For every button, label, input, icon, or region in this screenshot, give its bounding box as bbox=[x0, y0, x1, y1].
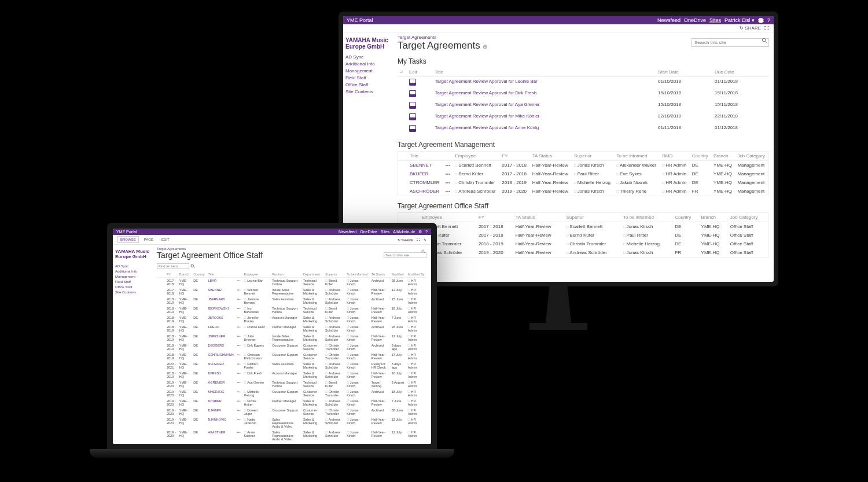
row-menu-icon[interactable]: ••• bbox=[237, 307, 241, 310]
table-row[interactable]: BKÜFER•••□Bernd Küfer2017 - 2018Half-Yea… bbox=[398, 170, 769, 178]
nav-item[interactable]: AD Sync bbox=[345, 54, 391, 60]
task-icon[interactable] bbox=[409, 125, 416, 132]
site-search[interactable] bbox=[384, 248, 426, 259]
task-link[interactable]: Target Agreement Review Approval for Leo… bbox=[435, 79, 537, 84]
row-menu-icon[interactable]: ••• bbox=[237, 288, 241, 292]
site-search[interactable] bbox=[692, 36, 769, 47]
edit-icon[interactable]: ✎ bbox=[424, 238, 426, 242]
row-menu-icon[interactable]: ••• bbox=[446, 180, 450, 185]
table-row[interactable]: ASCHRÖDER•••□Andreas Schröder2019 - 2020… bbox=[398, 187, 769, 196]
table-row[interactable]: 2018 - 2019YME-HQDEFDELIC•••□Franco Deli… bbox=[157, 324, 426, 333]
row-menu-icon[interactable]: ••• bbox=[237, 316, 241, 319]
table-row[interactable]: Target Agreement Review Approval for Leo… bbox=[398, 77, 769, 89]
row-menu-icon[interactable]: ••• bbox=[237, 399, 241, 403]
table-row[interactable]: 2018 - 2019YME-HQDEJBROOKS•••□Jennifer B… bbox=[157, 315, 426, 324]
task-link[interactable]: Target Agreement Review Approval for Ann… bbox=[435, 125, 539, 130]
nav-item[interactable]: Office Staff bbox=[345, 82, 391, 87]
table-row[interactable]: •••□Scarlett Bennett2017 - 2018Half-Year… bbox=[398, 222, 769, 231]
table-row[interactable]: Target Agreement Review Approval for Aya… bbox=[398, 100, 769, 112]
table-row[interactable]: CTROMMLER•••□Christin Trommler2018 - 201… bbox=[398, 178, 769, 187]
nav-item[interactable]: Management bbox=[115, 275, 150, 278]
search-icon[interactable] bbox=[421, 249, 425, 253]
fullscreen-icon[interactable]: ⛶ bbox=[764, 25, 769, 31]
task-link[interactable]: Target Agreement Review Approval for Aya… bbox=[435, 102, 539, 107]
nav-item[interactable]: Field Staff bbox=[345, 75, 391, 80]
share-button[interactable]: ↻ SHARE bbox=[398, 238, 413, 242]
nav-item[interactable]: Additional Info bbox=[115, 270, 150, 273]
row-menu-icon[interactable]: ••• bbox=[237, 325, 241, 329]
link-sites[interactable]: Sites bbox=[381, 230, 390, 234]
task-link[interactable]: Target Agreement Review Approval for Dir… bbox=[435, 90, 536, 95]
row-menu-icon[interactable]: ••• bbox=[446, 171, 450, 176]
task-icon[interactable] bbox=[409, 113, 416, 120]
link-newsfeed[interactable]: Newsfeed bbox=[339, 230, 356, 234]
user-menu[interactable]: AltAdmin-dv bbox=[393, 230, 415, 234]
gear-icon[interactable] bbox=[758, 17, 764, 24]
nav-item[interactable]: Additional Info bbox=[345, 61, 391, 67]
table-row[interactable]: 2018 - 2019YME-HQDECEHRLICHMANN•••□Chris… bbox=[157, 352, 426, 361]
nav-item[interactable]: AD Sync bbox=[115, 264, 150, 268]
table-row[interactable]: 2017 - 2018YME-HQDELBÄR•••□Leonie BärTec… bbox=[157, 278, 426, 288]
table-row[interactable]: •••□Christin Trommler2018 - 2019Half-Yea… bbox=[398, 240, 769, 248]
task-icon[interactable] bbox=[409, 79, 416, 86]
table-row[interactable]: 2018 - 2019YME-HQDEDFRESH•••□Dirk FreshA… bbox=[157, 370, 426, 380]
table-row[interactable]: 2019 - 2020YME-HQDEAKÄSTNER•••□Anna Käst… bbox=[157, 429, 426, 442]
find-item-input[interactable] bbox=[157, 263, 189, 269]
task-icon[interactable] bbox=[409, 90, 416, 97]
row-menu-icon[interactable]: ••• bbox=[237, 418, 241, 421]
nav-item[interactable]: Site Contents bbox=[345, 89, 391, 94]
table-row[interactable]: SBENNET•••□Scarlett Bennett2017 - 2018Ha… bbox=[398, 161, 769, 170]
gear-icon[interactable]: ⚙ bbox=[418, 230, 422, 234]
row-menu-icon[interactable]: ••• bbox=[237, 344, 241, 347]
table-row[interactable]: Target Agreement Review Approval for Dir… bbox=[398, 89, 769, 100]
search-icon[interactable] bbox=[190, 264, 195, 268]
link-sites[interactable]: Sites bbox=[709, 17, 721, 23]
table-row[interactable]: •••□Andreas Schröder2019 - 2020Half-Year… bbox=[398, 248, 769, 257]
row-menu-icon[interactable]: ••• bbox=[237, 334, 241, 338]
row-menu-icon[interactable]: ••• bbox=[237, 390, 241, 393]
search-input[interactable] bbox=[692, 38, 769, 47]
link-onedrive[interactable]: OneDrive bbox=[684, 17, 706, 23]
nav-item[interactable]: Management bbox=[345, 68, 391, 73]
row-menu-icon[interactable]: ••• bbox=[237, 381, 241, 384]
table-row[interactable]: 2018 - 2019YME-HQDEJDRESNER•••□Julia Dre… bbox=[157, 333, 426, 343]
share-button[interactable]: ↻ SHARE bbox=[740, 25, 761, 31]
table-row[interactable]: 2018 - 2019YME-HQDEJBERNARD•••□Jasmine B… bbox=[157, 296, 426, 306]
table-row[interactable]: 2018 - 2019YME-HQDEIBORKOWSKI•••□Ivo Bor… bbox=[157, 306, 426, 315]
row-menu-icon[interactable]: ••• bbox=[446, 189, 450, 194]
row-menu-icon[interactable]: ••• bbox=[237, 279, 241, 282]
table-row[interactable]: 2017 - 2018YME-HQDESBENNET•••□Scarlett B… bbox=[157, 287, 426, 296]
nav-item[interactable]: Office Staff bbox=[115, 285, 150, 289]
row-menu-icon[interactable]: ••• bbox=[237, 409, 241, 412]
tab-page[interactable]: PAGE bbox=[141, 236, 156, 243]
help-icon[interactable]: ? bbox=[767, 17, 770, 23]
table-row[interactable]: 2019 - 2020YME-HQDENHUBER•••□Nicole Hube… bbox=[157, 398, 426, 407]
search-input[interactable] bbox=[384, 252, 426, 258]
nav-item[interactable]: Field Staff bbox=[115, 280, 150, 284]
table-row[interactable]: 2019 - 2020YME-HQDEAGRENIER•••□Aya Greni… bbox=[157, 380, 426, 389]
fullscreen-icon[interactable]: ⛶ bbox=[417, 238, 420, 241]
tab-edit[interactable]: EDIT bbox=[159, 236, 172, 243]
tab-browse[interactable]: BROWSE bbox=[117, 236, 139, 243]
table-row[interactable]: 2020 - 2021YME-HQDENFOWLER•••□Nathan Fow… bbox=[157, 361, 426, 370]
table-row[interactable]: 2019 - 2020YME-HQDEDJÄGER•••□Doreen Jäge… bbox=[157, 407, 426, 417]
nav-item[interactable]: Site Contents bbox=[115, 290, 150, 294]
row-menu-icon[interactable]: ••• bbox=[237, 297, 241, 301]
search-icon[interactable] bbox=[762, 38, 767, 43]
row-menu-icon[interactable]: ••• bbox=[237, 362, 241, 366]
table-row[interactable]: 2019 - 2020YME-HQDEMHERZOG•••□Michelle H… bbox=[157, 389, 426, 398]
help-icon[interactable]: ? bbox=[425, 230, 428, 234]
task-link[interactable]: Target Agreement Review Approval for Mik… bbox=[435, 113, 539, 119]
row-menu-icon[interactable]: ••• bbox=[237, 353, 241, 356]
table-row[interactable]: •••□Bernd Küfer2017 - 2018Half-Year-Revi… bbox=[398, 231, 769, 240]
user-menu[interactable]: Patrick Eisl ▾ bbox=[724, 17, 755, 23]
row-menu-icon[interactable]: ••• bbox=[237, 431, 241, 434]
table-row[interactable]: 2019 - 2020YME-HQDENJANKOVIC•••□Nada Jan… bbox=[157, 417, 426, 429]
table-row[interactable]: Target Agreement Review Approval for Ann… bbox=[398, 123, 769, 135]
new-item-icon[interactable]: ⊕ bbox=[483, 43, 487, 50]
task-icon[interactable] bbox=[409, 102, 416, 109]
table-row[interactable]: Target Agreement Review Approval for Mik… bbox=[398, 112, 769, 123]
link-newsfeed[interactable]: Newsfeed bbox=[657, 17, 681, 23]
row-menu-icon[interactable]: ••• bbox=[237, 371, 241, 375]
table-row[interactable]: 2018 - 2019YME-HQDEDEGGERS•••□Dirk Egger… bbox=[157, 343, 426, 352]
